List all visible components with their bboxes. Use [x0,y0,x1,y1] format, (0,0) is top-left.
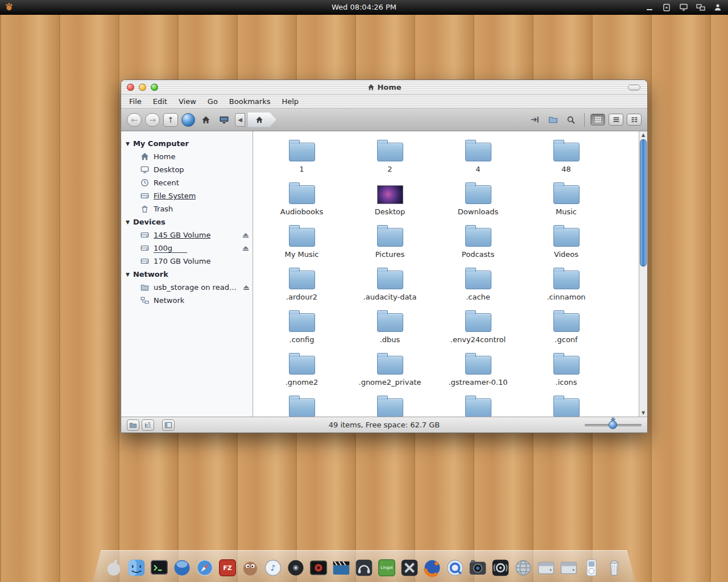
grid-item[interactable]: 4 [434,137,522,180]
home-button[interactable] [198,113,213,127]
clipboard-icon[interactable] [662,3,671,12]
disclosure-triangle-icon[interactable]: ▼ [126,141,130,147]
gimp-icon[interactable] [239,556,261,580]
grid-item[interactable]: .gconf [522,307,610,350]
sidebar-item-file-system[interactable]: File System [121,189,253,202]
firefox-icon[interactable] [421,556,443,580]
video-editor-icon[interactable] [330,556,352,580]
sidebar-item-network[interactable]: Network [121,294,253,307]
lingot-icon[interactable]: Lingot [376,556,398,580]
camera-icon[interactable] [467,556,489,580]
titlebar[interactable]: Home [121,80,647,95]
sidebar-section-my-computer[interactable]: ▼ My Computer [121,137,253,150]
scroll-up-arrow[interactable]: ▲ [639,131,647,139]
grid-item[interactable]: Pictures [346,222,434,265]
apple-logo-icon[interactable] [103,556,125,580]
tree-pane-button[interactable] [142,419,154,431]
up-button[interactable]: ↑ [163,113,178,127]
file-view[interactable]: 1 2 4 48 Audiobooks Desktop Downloads Mu… [253,131,639,417]
vertical-scrollbar[interactable]: ▲ ▼ [639,131,647,417]
network-globe-icon[interactable] [512,556,534,580]
grid-item[interactable]: Podcasts [434,222,522,265]
grid-item[interactable] [434,393,522,417]
minimize-all-icon[interactable] [645,3,654,12]
zoom-slider[interactable] [585,419,642,431]
grid-item[interactable]: Videos [522,222,610,265]
safari-icon[interactable] [194,556,216,580]
scroll-down-arrow[interactable]: ▼ [639,409,647,417]
grid-item[interactable]: .dbus [346,307,434,350]
breadcrumb-scroll-left-button[interactable]: ◀ [235,113,245,127]
sidebar-section-network[interactable]: ▼ Network [121,268,253,281]
search-button[interactable] [564,113,578,127]
scrollbar-thumb[interactable] [640,139,647,267]
dual-display-icon[interactable] [696,3,705,12]
close-button[interactable] [127,84,134,91]
cd-player-icon[interactable] [285,556,307,580]
grid-item[interactable]: .gstreamer-0.10 [434,350,522,393]
sidebar-item-volume-170gb[interactable]: 170 GB Volume [121,255,253,268]
grid-item[interactable]: 2 [346,137,434,180]
grid-item[interactable] [258,393,346,417]
grid-item[interactable]: .gnome2 [258,350,346,393]
back-button[interactable]: ← [127,113,142,127]
eject-button[interactable] [243,285,249,290]
audio-headphones-icon[interactable] [353,556,375,580]
grid-item[interactable]: .ardour2 [258,265,346,307]
filezilla-icon[interactable]: FZ [217,556,238,580]
web-browser-icon[interactable] [171,556,193,580]
grid-item[interactable]: .cinnamon [522,265,610,307]
display-icon[interactable] [679,3,688,12]
breadcrumb-home[interactable] [248,113,276,127]
menu-bookmarks[interactable]: Bookmarks [229,97,271,106]
grid-item[interactable]: .config [258,307,346,350]
external-drive-2-icon[interactable] [558,556,580,580]
system-utility-icon[interactable] [399,556,420,580]
audio-player-icon[interactable] [490,556,511,580]
menu-help[interactable]: Help [282,97,299,106]
go-to-icon[interactable] [527,113,542,127]
sidebar-section-devices[interactable]: ▼ Devices [121,215,253,228]
grid-item[interactable]: 48 [522,137,610,180]
trash-icon[interactable] [603,556,625,580]
hide-sidebar-button[interactable] [162,419,175,431]
sidebar-item-volume-145gb[interactable]: 145 GB Volume [121,228,253,242]
user-icon[interactable] [713,3,722,12]
media-player-icon[interactable] [308,556,329,580]
sidebar-item-home[interactable]: Home [121,150,253,163]
sidebar-item-desktop[interactable]: Desktop [121,163,253,176]
grid-item[interactable]: Desktop [346,180,434,222]
menu-go[interactable]: Go [208,97,218,106]
sidebar-item-volume-100g[interactable]: 100g [121,242,253,255]
distro-logo-icon[interactable] [5,3,14,12]
minimize-button[interactable] [139,84,146,91]
forward-button[interactable]: → [145,113,160,127]
menu-view[interactable]: View [179,97,196,106]
eject-button[interactable] [242,233,249,238]
itunes-icon[interactable]: ♪ [262,556,284,580]
grid-item[interactable]: .gnome2_private [346,350,434,393]
menu-edit[interactable]: Edit [153,97,167,106]
places-pane-button[interactable] [127,419,139,431]
sidebar-item-trash[interactable]: Trash [121,202,253,215]
list-view-button[interactable] [609,114,623,126]
terminal-icon[interactable] [148,556,170,580]
zoom-slider-handle[interactable] [609,421,617,429]
grid-item[interactable]: My Music [258,222,346,265]
finder-icon[interactable] [126,556,147,580]
icon-view-button[interactable] [590,114,605,126]
globe-button[interactable] [181,113,195,127]
quicktime-icon[interactable] [444,556,466,580]
menu-file[interactable]: File [129,97,142,106]
sidebar-item-recent[interactable]: Recent [121,176,253,189]
disclosure-triangle-icon[interactable]: ▼ [126,219,130,225]
eject-button[interactable] [242,246,249,251]
grid-item[interactable] [522,393,610,417]
sidebar-item-usb-storage[interactable]: usb_storage on readysh... [121,281,253,294]
grid-item[interactable]: .audacity-data [346,265,434,307]
disclosure-triangle-icon[interactable]: ▼ [126,272,130,277]
grid-item[interactable] [346,393,434,417]
external-drive-icon[interactable] [535,556,557,580]
computer-button[interactable] [217,113,231,127]
grid-item[interactable]: Downloads [434,180,522,222]
